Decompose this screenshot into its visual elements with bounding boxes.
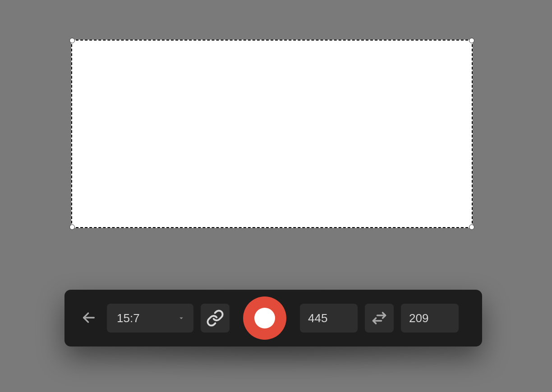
- caret-down-icon: [177, 314, 185, 322]
- back-button[interactable]: [78, 307, 100, 329]
- aspect-ratio-value: 15:7: [117, 311, 140, 325]
- resize-handle-top-right[interactable]: [469, 38, 474, 43]
- resize-handle-bottom-left[interactable]: [69, 224, 75, 230]
- width-input[interactable]: [300, 304, 358, 333]
- recording-toolbar: 15:7: [64, 290, 482, 346]
- lock-aspect-button[interactable]: [201, 304, 230, 333]
- swap-horizontal-icon: [371, 310, 387, 326]
- resize-handle-top-left[interactable]: [69, 38, 75, 43]
- swap-dimensions-button[interactable]: [365, 304, 394, 333]
- capture-selection[interactable]: [71, 40, 473, 228]
- record-icon: [254, 308, 275, 328]
- link-icon: [206, 309, 224, 327]
- resize-handle-bottom-right[interactable]: [469, 224, 474, 230]
- arrow-left-icon: [81, 310, 97, 327]
- record-button[interactable]: [243, 296, 286, 340]
- aspect-ratio-select[interactable]: 15:7: [107, 304, 193, 333]
- height-input[interactable]: [401, 304, 459, 333]
